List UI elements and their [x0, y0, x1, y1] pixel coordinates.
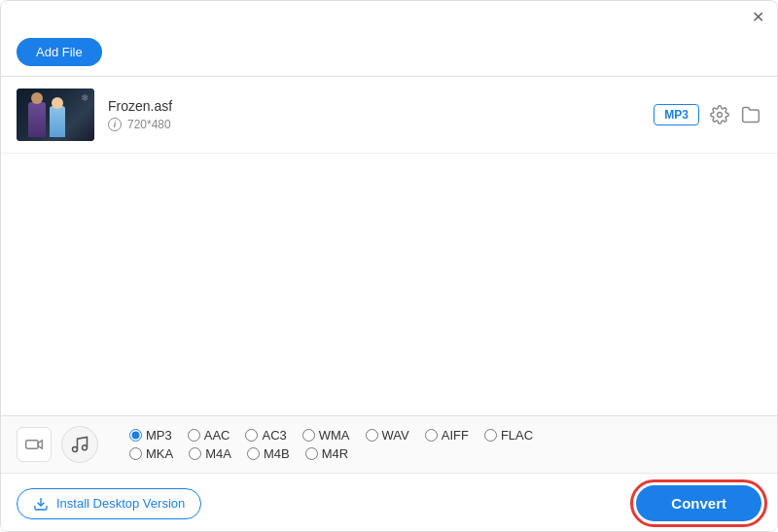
convert-button[interactable]: Convert	[636, 485, 761, 521]
format-m4a[interactable]: M4A	[189, 446, 231, 461]
format-options: MP3 AAC AC3 WMA WAV AIFF	[129, 428, 761, 461]
close-button[interactable]: ✕	[750, 9, 765, 24]
video-mode-button[interactable]	[17, 427, 52, 462]
table-row: Frozen.asf i 720*480 MP3	[1, 77, 777, 154]
format-selector: MP3 AAC AC3 WMA WAV AIFF	[1, 416, 777, 474]
toolbar: Add File	[1, 32, 777, 77]
format-m4r[interactable]: M4R	[305, 446, 348, 461]
svg-rect-1	[26, 441, 39, 448]
file-thumbnail	[17, 89, 94, 141]
file-actions: MP3	[654, 104, 761, 125]
format-aac[interactable]: AAC	[188, 428, 230, 443]
format-flac[interactable]: FLAC	[484, 428, 533, 443]
format-ac3[interactable]: AC3	[245, 428, 286, 443]
folder-icon[interactable]	[740, 104, 761, 125]
file-resolution: 720*480	[127, 118, 171, 131]
format-mka[interactable]: MKA	[129, 446, 173, 461]
title-bar: ✕	[1, 1, 777, 32]
footer: Install Desktop Version Convert	[1, 474, 777, 532]
svg-point-3	[73, 447, 78, 452]
format-badge[interactable]: MP3	[654, 104, 699, 125]
format-row-2: MKA M4A M4B M4R	[129, 446, 761, 461]
install-desktop-button[interactable]: Install Desktop Version	[17, 488, 201, 519]
add-file-button[interactable]: Add File	[17, 38, 102, 66]
svg-point-0	[718, 113, 723, 118]
file-info: Frozen.asf i 720*480	[108, 98, 640, 131]
svg-point-4	[83, 445, 88, 450]
file-list: Frozen.asf i 720*480 MP3	[1, 77, 777, 154]
format-m4b[interactable]: M4B	[247, 446, 290, 461]
format-aiff[interactable]: AIFF	[425, 428, 469, 443]
audio-mode-button[interactable]	[61, 426, 98, 463]
download-icon	[33, 496, 49, 512]
format-mp3[interactable]: MP3	[129, 428, 172, 443]
format-row-1: MP3 AAC AC3 WMA WAV AIFF	[129, 428, 761, 443]
content-area: Frozen.asf i 720*480 MP3	[1, 77, 777, 415]
file-meta: i 720*480	[108, 118, 640, 131]
format-wav[interactable]: WAV	[366, 428, 409, 443]
file-name: Frozen.asf	[108, 98, 640, 114]
bottom-panel: MP3 AAC AC3 WMA WAV AIFF	[1, 415, 777, 532]
settings-icon[interactable]	[709, 104, 730, 125]
info-icon: i	[108, 118, 122, 131]
format-wma[interactable]: WMA	[302, 428, 350, 443]
